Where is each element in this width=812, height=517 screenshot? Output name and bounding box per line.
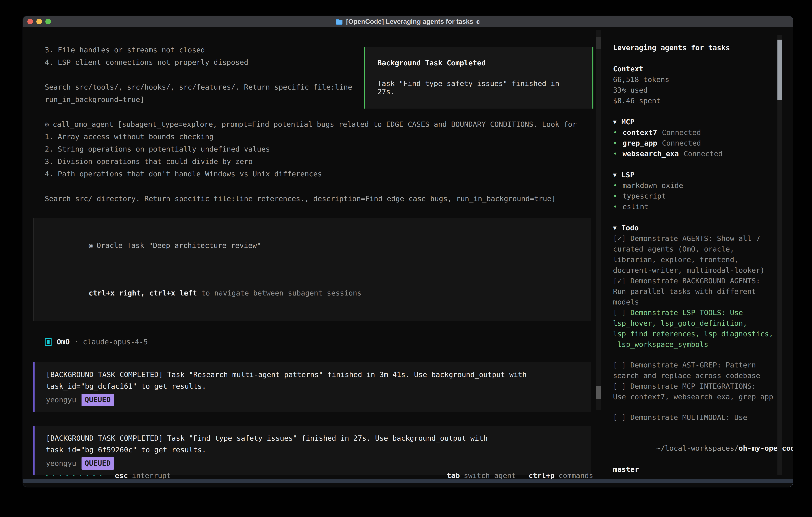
mcp-item: • websearch_exa Connected	[613, 148, 778, 159]
lsp-name: typescript	[622, 191, 666, 201]
toast-notification[interactable]: Background Task Completed Task "Find typ…	[364, 47, 593, 109]
mcp-section-header[interactable]: ▼ MCP	[613, 116, 778, 127]
todo-line: curated agents (OmO, oracle,	[613, 244, 778, 254]
titlebar[interactable]: [OpenCode] Leveraging agents for tasks ◐	[23, 16, 793, 27]
todo-line: librarian, explore, frontend,	[613, 254, 778, 265]
gear-icon: ⚙	[45, 118, 49, 131]
path-prefix: ~/local-workspaces/	[656, 444, 739, 452]
version-number: 1.0.163	[662, 486, 692, 487]
folder-icon	[336, 19, 343, 25]
background-task-card[interactable]: [BACKGROUND TASK COMPLETED] Task "Resear…	[33, 362, 591, 412]
todo-line: [ ] Demonstrate MULTIMODAL: Use	[613, 412, 778, 423]
minimize-button[interactable]	[36, 19, 42, 24]
context-stat: 66,518 tokens	[613, 74, 778, 85]
esc-key: esc	[115, 471, 128, 480]
lsp-name: markdown-oxide	[622, 180, 683, 191]
tool-call-text: call_omo_agent [subagent_type=explore, p…	[53, 118, 577, 131]
task-meta: yeongyu QUEUED	[46, 457, 579, 470]
mcp-heading: MCP	[621, 116, 634, 127]
lsp-item: • markdown-oxide	[613, 180, 778, 191]
tab-key: tab	[447, 471, 460, 480]
bullet-icon: •	[613, 148, 617, 159]
chevron-down-icon: ▼	[613, 222, 617, 233]
chevron-down-icon: ▼	[613, 116, 617, 127]
version-row: • OpenCode1.0.163	[613, 485, 778, 487]
oracle-task-title-row: ◉Oracle Task "Deep architecture review"	[46, 227, 579, 264]
main-scrollbar-track[interactable]	[596, 30, 601, 410]
sidebar-scrollbar-track[interactable]	[777, 35, 782, 475]
mcp-status: Connected	[662, 127, 701, 138]
tab-label: switch agent	[464, 471, 516, 480]
mcp-name: context7	[622, 127, 657, 138]
mcp-status: Connected	[684, 148, 723, 159]
todo-section-header[interactable]: ▼ Todo	[613, 222, 778, 233]
agent-separator: ·	[74, 336, 79, 348]
branch-name: master	[613, 464, 778, 474]
task-message-line: task_id="bg_dcfac161" to get results.	[46, 380, 579, 392]
mcp-item: • grep_app Connected	[613, 138, 778, 148]
oracle-task-panel[interactable]: ◉Oracle Task "Deep architecture review" …	[33, 218, 591, 321]
mcp-item: • context7 Connected	[613, 127, 778, 138]
brand-bold: Code	[640, 486, 657, 487]
todo-line: search and replace across codebase	[613, 370, 778, 381]
todo-list: [✓] Demonstrate AGENTS: Show all 7curate…	[613, 233, 778, 423]
tool-call-lines: 1. Array access without bounds checking2…	[45, 131, 604, 205]
session-title: Leveraging agents for tasks	[613, 43, 778, 53]
todo-line: Run parallel tasks with different	[613, 286, 778, 297]
todo-heading: Todo	[621, 222, 639, 233]
terminal-line: 4. Path operations that don't handle Win…	[45, 168, 604, 180]
task-message-line: task_id="bg_6f59260c" to get results.	[46, 444, 579, 456]
terminal-line: Search src/ directory. Return specific f…	[45, 193, 604, 205]
ctrlp-key: ctrl+p	[529, 471, 555, 480]
brand-dim: Open	[622, 486, 640, 487]
todo-item: [✓] Demonstrate AGENTS: Show all 7curate…	[613, 233, 778, 275]
hint-rest: to navigate between subagent sessions	[197, 289, 361, 297]
main-scrollbar-thumb[interactable]	[596, 386, 601, 399]
main-scrollbar-segment[interactable]	[596, 37, 601, 49]
tab-hint: tab switch agent	[447, 471, 516, 480]
status-badge: QUEUED	[82, 393, 114, 406]
task-meta: yeongyu QUEUED	[46, 393, 579, 406]
zoom-button[interactable]	[46, 19, 51, 24]
traffic-lights	[27, 19, 51, 24]
bullet-icon: •	[613, 485, 617, 487]
todo-item: [ ] Demonstrate MCP INTEGRATIONS:Use con…	[613, 381, 778, 402]
mcp-name: websearch_exa	[622, 148, 679, 159]
bullet-icon: •	[613, 201, 617, 212]
sidebar-scrollbar-thumb[interactable]	[777, 39, 782, 100]
terminal-line	[45, 180, 604, 193]
todo-line: lsp_workspace_symbols	[613, 339, 778, 350]
todo-item: [ ] Demonstrate MULTIMODAL: Use	[613, 412, 778, 423]
agent-header: OmO · claude-opus-4-5	[45, 336, 604, 348]
notification-body: Task "Find type safety issues" finished …	[377, 79, 580, 96]
todo-line: [✓] Demonstrate BACKGROUND AGENTS:	[613, 275, 778, 286]
status-bar-right: tab switch agent ctrl+p commands	[447, 471, 593, 480]
commands-hint: ctrl+p commands	[529, 471, 593, 480]
todo-line: [ ] Demonstrate LSP TOOLS: Use	[613, 307, 778, 318]
esc-hint: esc interrupt	[115, 471, 171, 480]
hint-keys: ctrl+x right, ctrl+x left	[89, 289, 197, 297]
terminal-line: 2. String operations on potentially unde…	[45, 143, 604, 155]
repo-name: oh-my-opencode:	[739, 444, 793, 452]
terminal-line: 3. Division operations that could divide…	[45, 155, 604, 168]
tool-call-header: ⚙ call_omo_agent [subagent_type=explore,…	[45, 118, 604, 131]
window-title-text: [OpenCode] Leveraging agents for tasks	[346, 18, 473, 25]
todo-line: [ ] Demonstrate MCP INTEGRATIONS:	[613, 381, 778, 391]
mcp-status: Connected	[662, 138, 701, 148]
todo-item: [ ] Demonstrate LSP TOOLS: Uselsp_hover,…	[613, 307, 778, 350]
lsp-section-header[interactable]: ▼ LSP	[613, 169, 778, 180]
oracle-task-hint: ctrl+x right, ctrl+x left to navigate be…	[46, 274, 579, 312]
background-task-card[interactable]: [BACKGROUND TASK COMPLETED] Task "Find t…	[33, 426, 591, 475]
bullet-icon: •	[613, 180, 617, 191]
todo-line: [ ] Demonstrate AST-GREP: Pattern	[613, 360, 778, 370]
todo-line: models	[613, 297, 778, 307]
status-bar: ········· esc interrupt tab switch agent…	[45, 471, 593, 480]
agent-name: OmO	[57, 336, 70, 348]
opencode-window: [OpenCode] Leveraging agents for tasks ◐…	[23, 16, 793, 487]
todo-item: [✓] Demonstrate BACKGROUND AGENTS:Run pa…	[613, 275, 778, 307]
bullet-icon: •	[613, 138, 617, 148]
todo-item: [ ] Demonstrate AST-GREP: Patternsearch …	[613, 360, 778, 381]
oracle-task-title: Oracle Task "Deep architecture review"	[96, 241, 261, 249]
close-button[interactable]	[27, 19, 33, 24]
sidebar: Leveraging agents for tasks Context 66,5…	[613, 27, 778, 487]
